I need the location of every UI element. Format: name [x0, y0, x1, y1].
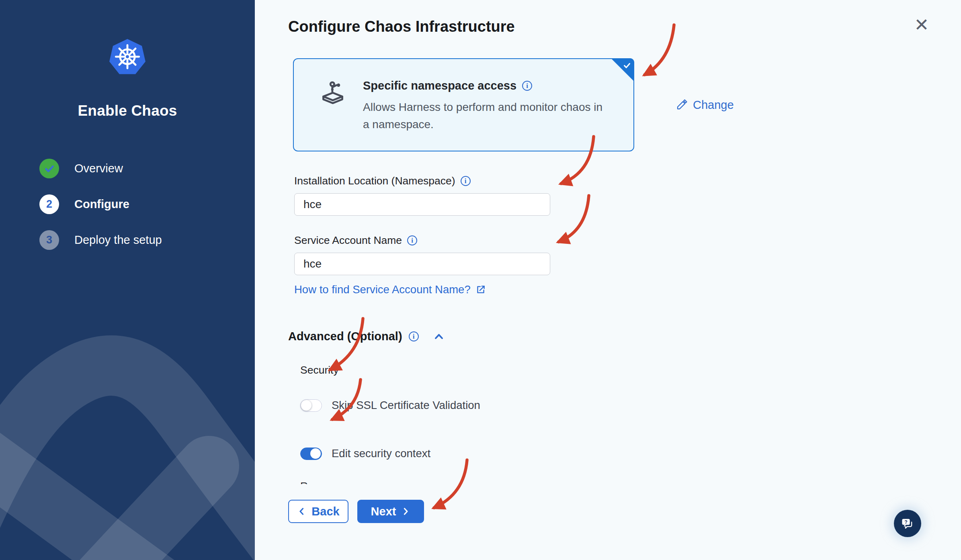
- service-account-help-link[interactable]: How to find Service Account Name?: [294, 283, 486, 296]
- close-icon[interactable]: ✕: [911, 14, 932, 35]
- service-account-field-label: Service Account Name: [294, 234, 402, 247]
- change-link[interactable]: Change: [676, 98, 734, 112]
- advanced-section-header: Advanced (Optional) i: [288, 330, 961, 343]
- modal-main: ✕ Configure Chaos Infrastructure: [255, 0, 961, 560]
- security-section: Security Skip SSL Certificate Validation…: [300, 364, 961, 484]
- step-number-badge: 2: [39, 194, 59, 214]
- edit-security-context-toggle[interactable]: [300, 448, 322, 460]
- step-label: Configure: [74, 198, 129, 211]
- skip-ssl-toggle[interactable]: [300, 399, 322, 412]
- security-label: Security: [300, 364, 961, 376]
- selected-check-corner: [611, 58, 634, 82]
- change-label: Change: [693, 98, 734, 112]
- next-button[interactable]: Next: [357, 500, 424, 523]
- toggle-knob: [310, 448, 321, 459]
- edit-security-context-label: Edit security context: [332, 447, 430, 460]
- back-button[interactable]: Back: [288, 500, 348, 523]
- service-account-field-group: Service Account Name i How to find Servi…: [288, 234, 961, 296]
- namespace-icon: [320, 80, 346, 106]
- next-button-label: Next: [371, 505, 396, 518]
- external-link-icon: [475, 284, 486, 295]
- step-deploy-the-setup[interactable]: 3 Deploy the setup: [39, 230, 255, 250]
- service-account-input[interactable]: [294, 253, 550, 275]
- info-icon[interactable]: i: [407, 235, 417, 245]
- step-overview[interactable]: Overview: [39, 159, 255, 178]
- kubernetes-logo-icon: [108, 38, 147, 77]
- toggle-knob: [301, 400, 311, 411]
- namespace-access-option-card[interactable]: Specific namespace access i Allows Harne…: [293, 58, 634, 151]
- advanced-label: Advanced (Optional): [288, 330, 402, 343]
- help-chat-button[interactable]: ?: [894, 510, 921, 537]
- pencil-icon: [676, 99, 688, 111]
- chevron-left-icon: [297, 507, 307, 516]
- harness-logo-watermark: [0, 311, 255, 560]
- namespace-input[interactable]: [294, 193, 550, 216]
- namespace-field-label: Installation Location (Namespace): [294, 175, 455, 187]
- namespace-field-group: Installation Location (Namespace) i: [288, 175, 961, 216]
- skip-ssl-label: Skip SSL Certificate Validation: [332, 399, 480, 412]
- help-link-label: How to find Service Account Name?: [294, 283, 471, 296]
- wizard-footer: Back Next: [288, 500, 424, 523]
- chat-question-icon: ?: [900, 516, 915, 531]
- chevron-right-icon: [401, 507, 410, 516]
- info-icon[interactable]: i: [461, 176, 471, 186]
- info-icon[interactable]: i: [522, 81, 532, 91]
- chevron-up-icon[interactable]: [432, 330, 445, 343]
- step-label: Deploy the setup: [74, 233, 162, 247]
- step-done-check-icon: [39, 159, 59, 178]
- step-label: Overview: [74, 162, 123, 175]
- step-configure[interactable]: 2 Configure: [39, 194, 255, 214]
- card-title: Specific namespace access: [363, 79, 516, 92]
- run-as-user-field-group: Run as user: [300, 480, 961, 484]
- info-icon[interactable]: i: [409, 331, 419, 341]
- sidebar-title: Enable Chaos: [78, 102, 177, 119]
- run-as-user-label: Run as user: [300, 480, 961, 484]
- card-text: Specific namespace access i Allows Harne…: [363, 79, 608, 133]
- wizard-sidebar: Enable Chaos Overview 2 Configure 3 Depl…: [0, 0, 255, 560]
- svg-text:?: ?: [904, 519, 908, 525]
- page-title: Configure Chaos Infrastructure: [288, 18, 961, 35]
- edit-security-context-toggle-row: Edit security context: [300, 447, 961, 460]
- skip-ssl-toggle-row: Skip SSL Certificate Validation: [300, 399, 961, 412]
- card-description: Allows Harness to perform and monitor ch…: [363, 99, 608, 133]
- step-number-badge: 3: [39, 230, 59, 250]
- back-button-label: Back: [311, 505, 339, 518]
- modal-scroll-area[interactable]: Configure Chaos Infrastructure: [255, 0, 961, 484]
- configure-chaos-infrastructure-modal: Enable Chaos Overview 2 Configure 3 Depl…: [0, 0, 961, 560]
- wizard-steps: Overview 2 Configure 3 Deploy the setup: [0, 159, 255, 250]
